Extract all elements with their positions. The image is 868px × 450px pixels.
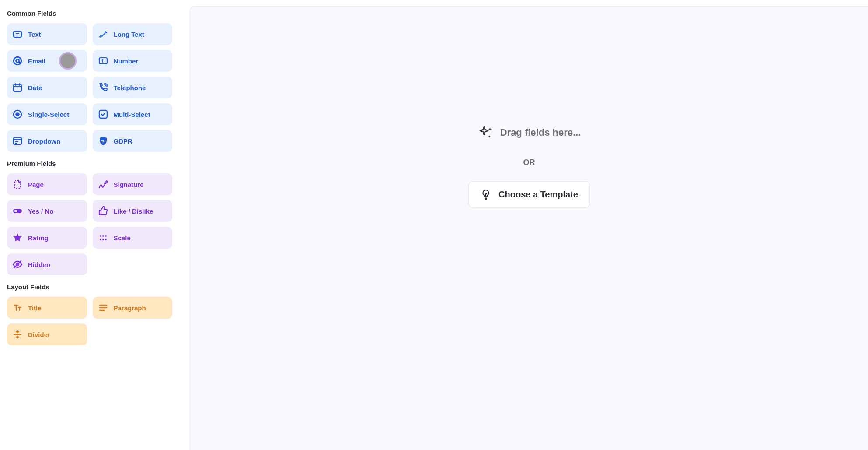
at-sign-icon <box>12 56 23 66</box>
field-label: Scale <box>114 234 131 242</box>
svg-point-13 <box>14 210 17 212</box>
field-page[interactable]: Page <box>7 173 87 195</box>
svg-point-18 <box>102 239 104 240</box>
text-icon <box>12 29 23 39</box>
field-text[interactable]: Text <box>7 23 87 45</box>
field-label: Dropdown <box>28 137 60 145</box>
field-title[interactable]: Title <box>7 297 87 319</box>
field-number[interactable]: Number <box>93 50 173 72</box>
field-email[interactable]: Email <box>7 50 87 72</box>
field-label: Title <box>28 304 42 312</box>
number-icon <box>98 56 108 66</box>
or-separator: OR <box>523 158 535 167</box>
paragraph-icon <box>98 302 108 313</box>
field-label: Rating <box>28 234 49 242</box>
star-icon <box>12 232 23 243</box>
form-canvas[interactable]: Drag fields here... OR Choose a Template <box>190 6 868 450</box>
field-label: Paragraph <box>114 304 146 312</box>
page-icon <box>12 179 23 190</box>
field-label: Hidden <box>28 261 50 268</box>
field-paragraph[interactable]: Paragraph <box>93 297 173 319</box>
field-hidden[interactable]: Hidden <box>7 253 87 275</box>
title-icon <box>12 302 23 313</box>
field-divider[interactable]: Divider <box>7 323 87 345</box>
field-label: GDPR <box>114 137 132 145</box>
common-fields-grid: Text Long Text Email Number <box>7 23 172 152</box>
field-long-text[interactable]: Long Text <box>93 23 173 45</box>
section-header-premium: Premium Fields <box>7 160 172 167</box>
svg-rect-0 <box>14 31 21 37</box>
field-label: Text <box>28 31 41 38</box>
eye-off-icon <box>12 259 23 270</box>
svg-rect-10 <box>14 137 21 144</box>
field-multi-select[interactable]: Multi-Select <box>93 103 173 125</box>
svg-point-1 <box>100 37 101 38</box>
field-single-select[interactable]: Single-Select <box>7 103 87 125</box>
field-label: Divider <box>28 331 50 338</box>
svg-point-16 <box>105 235 107 237</box>
long-text-icon <box>98 29 108 39</box>
toggle-icon <box>12 206 23 216</box>
calendar-icon <box>12 82 23 93</box>
template-button-label: Choose a Template <box>498 190 578 200</box>
field-label: Long Text <box>114 31 145 38</box>
field-label: Number <box>114 57 139 65</box>
svg-point-17 <box>100 239 101 240</box>
field-label: Multi-Select <box>114 111 150 118</box>
section-header-common: Common Fields <box>7 10 172 17</box>
field-gdpr[interactable]: EU GDPR <box>93 130 173 152</box>
phone-icon <box>98 82 108 93</box>
cursor-indicator-icon <box>59 52 77 70</box>
svg-rect-6 <box>14 84 21 91</box>
svg-text:EU: EU <box>101 139 105 143</box>
divider-icon <box>12 329 23 340</box>
scale-icon <box>98 232 108 243</box>
field-date[interactable]: Date <box>7 77 87 98</box>
lightbulb-icon <box>480 189 492 200</box>
field-telephone[interactable]: Telephone <box>93 77 173 98</box>
signature-icon <box>98 179 108 190</box>
field-label: Date <box>28 84 42 91</box>
drop-hint: Drag fields here... <box>478 125 581 141</box>
field-label: Telephone <box>114 84 146 91</box>
field-label: Single-Select <box>28 111 69 118</box>
field-label: Yes / No <box>28 207 53 215</box>
radio-icon <box>12 109 23 120</box>
layout-fields-grid: Title Paragraph Divider <box>7 297 172 345</box>
field-label: Signature <box>114 181 144 188</box>
svg-point-14 <box>100 235 101 237</box>
thumbs-up-icon <box>98 206 108 216</box>
field-yes-no[interactable]: Yes / No <box>7 200 87 222</box>
field-label: Email <box>28 57 45 65</box>
field-rating[interactable]: Rating <box>7 227 87 249</box>
field-scale[interactable]: Scale <box>93 227 173 249</box>
field-signature[interactable]: Signature <box>93 173 173 195</box>
svg-point-15 <box>102 235 104 237</box>
drop-hint-text: Drag fields here... <box>500 127 581 138</box>
shield-eu-icon: EU <box>98 136 108 146</box>
section-header-layout: Layout Fields <box>7 283 172 291</box>
dropdown-icon <box>12 136 23 146</box>
premium-fields-grid: Page Signature Yes / No Like / Dislike R <box>7 173 172 275</box>
svg-point-19 <box>105 239 107 240</box>
checkbox-icon <box>98 109 108 120</box>
field-like-dislike[interactable]: Like / Dislike <box>93 200 173 222</box>
fields-sidebar: Common Fields Text Long Text Email <box>0 0 179 450</box>
svg-point-8 <box>16 113 19 116</box>
sparkle-icon <box>478 125 493 141</box>
field-label: Like / Dislike <box>114 207 153 215</box>
choose-template-button[interactable]: Choose a Template <box>468 181 590 207</box>
field-label: Page <box>28 181 44 188</box>
field-dropdown[interactable]: Dropdown <box>7 130 87 152</box>
